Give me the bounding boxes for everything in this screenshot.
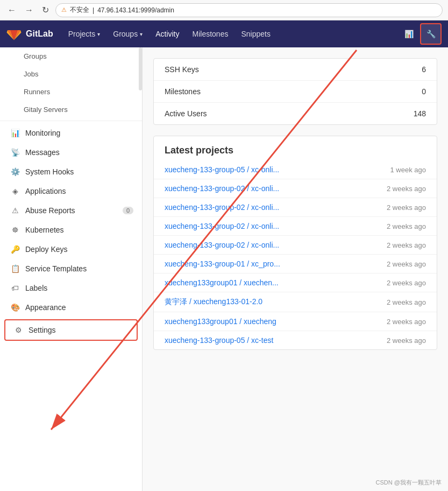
sidebar-label-deploy-keys: Deploy Keys: [25, 245, 68, 254]
watermark: CSDN @我有一颗五叶草: [376, 479, 442, 487]
sidebar-item-deploy-keys[interactable]: 🔑 Deploy Keys: [0, 240, 142, 259]
project-link[interactable]: xuecheng133group01 / xuecheng: [165, 317, 276, 326]
project-row: 黄宇泽 / xuecheng133-01-2.0 2 weeks ago: [154, 292, 437, 312]
service-templates-icon: 📋: [10, 264, 20, 273]
refresh-button[interactable]: ↻: [40, 3, 51, 17]
deploy-keys-icon: 🔑: [10, 245, 20, 254]
active-users-value: 148: [414, 109, 426, 118]
sidebar-item-runners[interactable]: Runners: [0, 83, 142, 101]
settings-highlight-box: ⚙ Settings: [4, 319, 138, 341]
project-row: xuecheng133group01 / xuechen... 2 weeks …: [154, 273, 437, 292]
labels-icon: 🏷: [10, 284, 20, 292]
project-time: 2 weeks ago: [387, 298, 426, 306]
project-link[interactable]: xuecheng-133-group-01 / xc_pro...: [165, 259, 280, 268]
project-time: 2 weeks ago: [387, 204, 426, 212]
nav-milestones[interactable]: Milestones: [186, 20, 235, 47]
milestones-value: 0: [422, 87, 426, 96]
projects-list: xuecheng-133-group-05 / xc-onli... 1 wee…: [154, 160, 437, 349]
latest-projects-title: Latest projects: [154, 136, 437, 160]
sidebar-label-kubernetes: Kubernetes: [25, 226, 64, 234]
groups-chevron: ▾: [140, 31, 143, 37]
project-time: 2 weeks ago: [387, 222, 426, 230]
project-link[interactable]: xuecheng-133-group-02 / xc-onli...: [165, 222, 279, 230]
nav-projects[interactable]: Projects ▾: [62, 20, 107, 47]
sidebar-item-service-templates[interactable]: 📋 Service Templates: [0, 259, 142, 278]
address-bar: ← → ↻ ⚠ 不安全 | 47.96.143.141:9999/admin: [0, 0, 448, 20]
milestones-label: Milestones: [165, 87, 201, 96]
project-row: xuecheng-133-group-02 / xc-onli... 2 wee…: [154, 179, 437, 198]
sidebar-item-settings[interactable]: ⚙ Settings: [5, 320, 137, 340]
sidebar-item-kubernetes[interactable]: ☸ Kubernetes: [0, 220, 142, 240]
gitlab-label: GitLab: [26, 29, 53, 39]
gitlab-logo-icon: [6, 26, 22, 41]
main-content: SSH Keys 6 Milestones 0 Active Users 148…: [143, 47, 448, 491]
project-link[interactable]: xuecheng133group01 / xuechen...: [165, 278, 279, 287]
sidebar-label-service-templates: Service Templates: [25, 264, 87, 273]
settings-icon: ⚙: [13, 326, 23, 334]
sidebar-divider-1: [0, 121, 142, 121]
url-text: 不安全: [70, 5, 89, 15]
active-users-label: Active Users: [165, 109, 207, 118]
sidebar-item-messages[interactable]: 📡 Messages: [0, 143, 142, 162]
project-row: xuecheng-133-group-05 / xc-test 2 weeks …: [154, 331, 437, 349]
ssh-keys-label: SSH Keys: [165, 65, 199, 74]
gitlab-logo[interactable]: GitLab: [6, 26, 53, 41]
sidebar-label-settings: Settings: [29, 326, 56, 334]
project-row: xuecheng-133-group-02 / xc-onli... 2 wee…: [154, 198, 437, 217]
sidebar-item-appearance[interactable]: 🎨 Appearance: [0, 298, 142, 317]
project-time: 2 weeks ago: [387, 318, 426, 326]
applications-icon: ◈: [10, 187, 20, 195]
sidebar-item-gitaly[interactable]: Gitaly Servers: [0, 101, 142, 118]
url-bar[interactable]: ⚠ 不安全 | 47.96.143.141:9999/admin: [55, 3, 443, 17]
projects-chevron: ▾: [97, 31, 100, 37]
kubernetes-icon: ☸: [10, 226, 20, 234]
project-row: xuecheng-133-group-02 / xc-onli... 2 wee…: [154, 217, 437, 236]
ssh-keys-value: 6: [422, 65, 426, 74]
sidebar-item-groups[interactable]: Groups: [0, 47, 142, 65]
main-layout: Groups Jobs Runners Gitaly Servers 📊 Mon…: [0, 47, 448, 491]
project-link[interactable]: xuecheng-133-group-02 / xc-onli...: [165, 184, 279, 193]
sidebar-item-abuse-reports[interactable]: ⚠ Abuse Reports 0: [0, 201, 142, 220]
project-row: xuecheng-133-group-05 / xc-onli... 1 wee…: [154, 160, 437, 179]
project-time: 1 week ago: [390, 166, 426, 174]
url-separator: |: [93, 6, 94, 14]
sidebar-label-appearance: Appearance: [25, 303, 66, 312]
project-link[interactable]: xuecheng-133-group-02 / xc-onli...: [165, 241, 279, 249]
stat-row-milestones: Milestones 0: [154, 81, 437, 103]
nav-chart-icon[interactable]: 📊: [398, 20, 420, 47]
wrench-icon: 🔧: [426, 30, 436, 38]
sidebar: Groups Jobs Runners Gitaly Servers 📊 Mon…: [0, 47, 143, 491]
nav-snippets[interactable]: Snippets: [234, 20, 276, 47]
project-time: 2 weeks ago: [387, 185, 426, 193]
sidebar-item-applications[interactable]: ◈ Applications: [0, 181, 142, 201]
system-hooks-icon: ⚙️: [10, 167, 20, 176]
messages-icon: 📡: [10, 148, 20, 157]
project-time: 2 weeks ago: [387, 241, 426, 249]
sidebar-item-monitoring[interactable]: 📊 Monitoring: [0, 123, 142, 143]
forward-button[interactable]: →: [23, 3, 35, 17]
admin-wrench-button[interactable]: 🔧: [420, 23, 442, 45]
top-navigation: GitLab Projects ▾ Groups ▾ Activity Mile…: [0, 20, 448, 47]
sidebar-item-jobs[interactable]: Jobs: [0, 65, 142, 83]
abuse-reports-icon: ⚠: [10, 206, 20, 215]
monitoring-icon: 📊: [10, 129, 20, 137]
lock-icon: ⚠: [61, 6, 67, 13]
sidebar-item-system-hooks[interactable]: ⚙️ System Hooks: [0, 162, 142, 181]
nav-groups[interactable]: Groups ▾: [106, 20, 149, 47]
stats-card: SSH Keys 6 Milestones 0 Active Users 148: [153, 58, 437, 125]
project-link[interactable]: xuecheng-133-group-05 / xc-test: [165, 336, 273, 345]
project-time: 2 weeks ago: [387, 336, 426, 345]
back-button[interactable]: ←: [5, 3, 18, 17]
project-link[interactable]: xuecheng-133-group-02 / xc-onli...: [165, 203, 279, 212]
project-link[interactable]: xuecheng-133-group-05 / xc-onli...: [165, 165, 279, 174]
nav-activity[interactable]: Activity: [149, 20, 186, 47]
abuse-reports-badge: 0: [123, 207, 133, 214]
latest-projects-card: Latest projects xuecheng-133-group-05 / …: [153, 136, 437, 350]
sidebar-label-monitoring: Monitoring: [25, 129, 60, 137]
sidebar-item-labels[interactable]: 🏷 Labels: [0, 278, 142, 298]
sidebar-label-labels: Labels: [25, 284, 47, 292]
project-time: 2 weeks ago: [387, 279, 426, 287]
url-address: 47.96.143.141:9999/admin: [97, 6, 174, 14]
sidebar-label-applications: Applications: [25, 187, 66, 195]
project-link[interactable]: 黄宇泽 / xuecheng133-01-2.0: [165, 297, 262, 307]
